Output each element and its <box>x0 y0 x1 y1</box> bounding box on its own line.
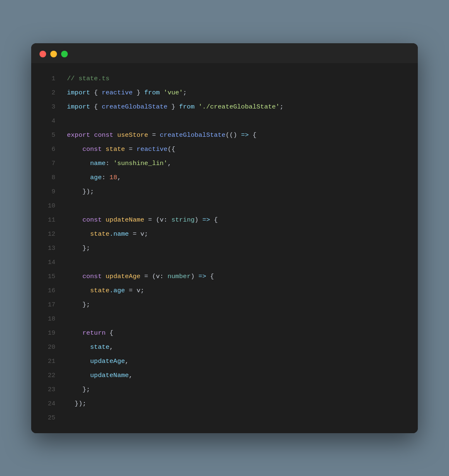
line-content: import { reactive } from 'vue'; <box>67 86 187 100</box>
line-number: 24 <box>39 400 55 407</box>
line-content: }); <box>67 185 94 199</box>
titlebar <box>31 43 418 63</box>
line-number: 11 <box>39 217 55 224</box>
code-line: 14 <box>31 255 418 269</box>
line-number: 25 <box>39 414 55 422</box>
code-line: 4 <box>31 114 418 128</box>
code-line: 5export const useStore = createGlobalSta… <box>31 128 418 142</box>
code-line: 3import { createGlobalState } from './cr… <box>31 100 418 114</box>
line-content: state.age = v; <box>67 284 144 298</box>
line-number: 14 <box>39 259 55 266</box>
line-number: 22 <box>39 372 55 379</box>
code-line: 19 return { <box>31 326 418 340</box>
line-content <box>67 199 71 213</box>
code-area: 1// state.ts2import { reactive } from 'v… <box>31 63 418 433</box>
line-content: }; <box>67 298 90 312</box>
code-line: 11 const updateName = (v: string) => { <box>31 213 418 227</box>
line-content: state.name = v; <box>67 227 148 241</box>
line-number: 5 <box>39 132 55 139</box>
line-number: 4 <box>39 118 55 125</box>
line-content: }; <box>67 241 90 255</box>
code-line: 18 <box>31 312 418 326</box>
line-number: 21 <box>39 358 55 365</box>
line-number: 18 <box>39 316 55 323</box>
line-content <box>67 114 71 128</box>
line-number: 20 <box>39 344 55 351</box>
code-line: 21 updateAge, <box>31 354 418 368</box>
code-line: 10 <box>31 199 418 213</box>
line-number: 10 <box>39 202 55 210</box>
line-number: 8 <box>39 174 55 181</box>
close-button[interactable] <box>39 51 46 57</box>
line-content: // state.ts <box>67 72 109 86</box>
line-number: 15 <box>39 273 55 280</box>
code-line: 8 age: 18, <box>31 170 418 185</box>
code-line: 7 name: 'sunshine_lin', <box>31 156 418 170</box>
line-content: export const useStore = createGlobalStat… <box>67 128 257 142</box>
line-content: import { createGlobalState } from './cre… <box>67 100 284 114</box>
code-line: 2import { reactive } from 'vue'; <box>31 86 418 100</box>
line-content: const state = reactive({ <box>67 142 175 156</box>
line-content: name: 'sunshine_lin', <box>67 156 171 170</box>
code-line: 22 updateName, <box>31 368 418 382</box>
code-line: 16 state.age = v; <box>31 284 418 298</box>
line-content: updateAge, <box>67 354 129 368</box>
line-number: 6 <box>39 146 55 153</box>
line-number: 13 <box>39 245 55 252</box>
line-content: age: 18, <box>67 170 121 185</box>
code-line: 23 }; <box>31 382 418 397</box>
line-number: 19 <box>39 330 55 337</box>
line-content: state, <box>67 340 113 354</box>
code-line: 13 }; <box>31 241 418 255</box>
line-content: }; <box>67 382 90 397</box>
line-number: 9 <box>39 188 55 195</box>
code-line: 24 }); <box>31 397 418 411</box>
line-content: }); <box>67 397 86 411</box>
line-content <box>67 411 71 425</box>
line-content: const updateName = (v: string) => { <box>67 213 218 227</box>
line-number: 7 <box>39 160 55 167</box>
code-line: 25 <box>31 411 418 425</box>
line-number: 12 <box>39 231 55 238</box>
line-number: 16 <box>39 287 55 294</box>
line-number: 2 <box>39 89 55 96</box>
line-content <box>67 312 71 326</box>
code-line: 6 const state = reactive({ <box>31 142 418 156</box>
line-number: 1 <box>39 75 55 82</box>
code-line: 15 const updateAge = (v: number) => { <box>31 269 418 284</box>
code-line: 17 }; <box>31 298 418 312</box>
minimize-button[interactable] <box>50 51 57 57</box>
code-line: 1// state.ts <box>31 72 418 86</box>
line-number: 3 <box>39 104 55 111</box>
code-line: 9 }); <box>31 185 418 199</box>
line-number: 23 <box>39 386 55 393</box>
code-line: 20 state, <box>31 340 418 354</box>
code-line: 12 state.name = v; <box>31 227 418 241</box>
line-content <box>67 255 71 269</box>
maximize-button[interactable] <box>61 51 68 57</box>
line-number: 17 <box>39 301 55 308</box>
line-content: return { <box>67 326 113 340</box>
line-content: const updateAge = (v: number) => { <box>67 269 214 284</box>
line-content: updateName, <box>67 368 133 382</box>
code-editor-window: 1// state.ts2import { reactive } from 'v… <box>31 43 418 433</box>
